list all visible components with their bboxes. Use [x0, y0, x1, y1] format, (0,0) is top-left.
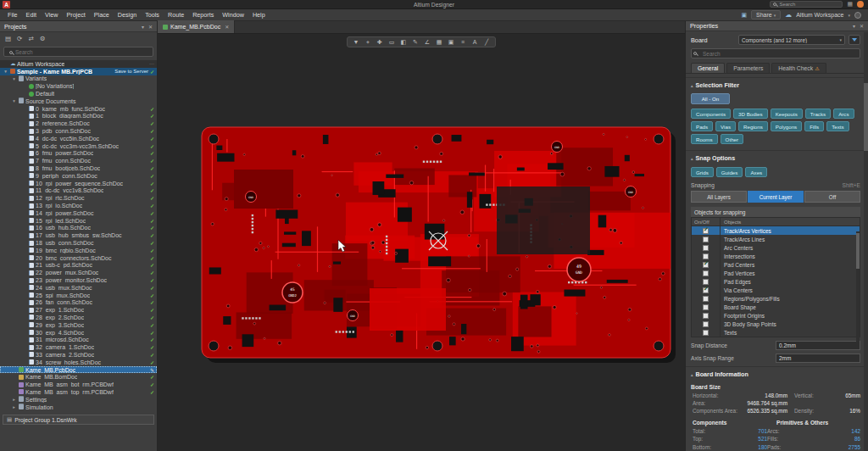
snap-toggle-button[interactable]: Guides — [716, 167, 743, 177]
pencil-icon[interactable]: ✎ — [409, 37, 421, 47]
section-snap-options[interactable]: ▴ Snap Options — [686, 150, 868, 164]
menu-item[interactable]: Help — [248, 11, 270, 19]
checkbox[interactable] — [703, 270, 709, 276]
list-scrollbar[interactable] — [856, 231, 860, 342]
open-document-icon[interactable]: ▤ — [5, 35, 11, 42]
filter-type-button[interactable]: Tracks — [805, 109, 831, 119]
tree-item[interactable]: [No Variations] ✎ ✓ — [0, 82, 157, 90]
properties-tab[interactable]: Health Check — [771, 63, 826, 73]
tree-item[interactable]: 1_block_diagram.SchDoc ✎ ✓ — [0, 113, 157, 120]
tree-item[interactable]: 11_dc-dc_vcc1v8.SchDoc ✎ ✓ — [0, 187, 157, 195]
tree-item[interactable]: 27_exp_1.SchDoc ✎ ✓ — [0, 306, 157, 314]
checkbox[interactable] — [703, 262, 709, 268]
tree-item[interactable]: 6_fmu_power.SchDoc ✎ ✓ — [0, 150, 157, 158]
measure-icon[interactable]: ∠ — [421, 37, 433, 47]
close-icon[interactable]: ✕ — [225, 24, 229, 30]
snap-object-row[interactable]: Track/Arcs Vertices — [692, 226, 860, 235]
gear-icon[interactable]: ⚙ — [40, 35, 46, 42]
checkbox[interactable] — [703, 253, 709, 259]
checkbox[interactable] — [703, 313, 709, 319]
snapping-mode-button[interactable]: Off — [804, 191, 860, 203]
tree-item[interactable]: Source Documents ✎ ✓ — [0, 97, 157, 105]
snap-object-row[interactable]: Pad Centers — [692, 260, 860, 269]
snap-object-row[interactable]: Track/Arcs Lines — [692, 235, 860, 243]
project-group-footer[interactable]: ▤ Project Group 1.DsnWrk — [3, 415, 154, 425]
projects-search-input[interactable] — [3, 47, 153, 57]
snap-object-row[interactable]: Intersections — [692, 252, 860, 260]
filter-type-button[interactable]: Rooms — [691, 134, 718, 144]
avatar[interactable] — [857, 1, 864, 8]
tree-item[interactable]: 7_fmu_conn.SchDoc ✎ ✓ — [0, 157, 157, 164]
menu-item[interactable]: Place — [90, 11, 114, 19]
mask-icon[interactable]: ◧ — [398, 37, 409, 47]
tree-item[interactable]: 28_exp_2.SchDoc ✎ ✓ — [0, 314, 157, 321]
panel-menu-icon[interactable]: ▾ — [853, 23, 855, 29]
tree-item[interactable]: 13_rpi_io.SchDoc ✎ ✓ — [0, 202, 157, 209]
apps-icon[interactable]: ▦ — [847, 1, 853, 8]
tree-item[interactable]: 32_camera_1.SchDoc ✎ ✓ — [0, 343, 157, 351]
tree-item[interactable]: 0_kame_mb_func.SchDoc ✎ ✓ — [0, 105, 157, 113]
snap-object-row[interactable]: Regions/Polygons/Fills — [692, 294, 860, 303]
filter-type-button[interactable]: Vias — [715, 121, 736, 131]
tree-item[interactable]: 29_exp_3.SchDoc ✎ ✓ — [0, 321, 157, 329]
route-icon[interactable]: ╱ — [481, 37, 492, 47]
tree-item[interactable]: Altium Workspace ··· ✎ ✓ — [0, 60, 157, 68]
tree-item[interactable]: 2_reference.SchDoc ✎ ✓ — [0, 120, 157, 127]
filter-type-button[interactable]: Keepouts — [771, 109, 803, 119]
expand-arrow-icon[interactable] — [11, 76, 17, 81]
tree-item[interactable]: 31_microsd.SchDoc ✎ ✓ — [0, 336, 157, 343]
expand-arrow-icon[interactable] — [11, 404, 17, 409]
tree-item[interactable]: Default ✎ ✓ — [0, 90, 157, 97]
properties-tab[interactable]: General — [691, 63, 725, 73]
tree-item[interactable]: 12_rpi_rtc.SchDoc ✎ ✓ — [0, 194, 157, 202]
global-search[interactable]: Search — [770, 1, 843, 8]
menu-item[interactable]: Design — [114, 11, 141, 19]
tree-item[interactable]: 24_usb_mux.SchDoc ✎ ✓ — [0, 284, 157, 292]
filter-button[interactable] — [849, 35, 860, 45]
item-right-text[interactable]: ··· — [149, 61, 154, 66]
area-select-icon[interactable]: ▭ — [386, 37, 398, 47]
tree-item[interactable]: 30_exp_4.SchDoc ✎ ✓ — [0, 329, 157, 337]
snap-object-row[interactable]: 3D Body Snap Points — [692, 320, 860, 328]
tree-item[interactable]: 5_dc-dc_vcc3m-vcc3m.SchDoc ✎ ✓ — [0, 142, 157, 150]
panel-scrollbar[interactable] — [864, 32, 868, 451]
panel-menu-icon[interactable]: ▾ — [142, 24, 144, 30]
pcb-view[interactable]: GND GND GND GND 49 GND 45 GND2 — [158, 34, 685, 451]
checkbox[interactable] — [703, 287, 709, 293]
tree-item[interactable]: 16_usb_hub.SchDoc ✎ ✓ — [0, 225, 157, 232]
tree-item[interactable]: 15_rpi_led.SchDoc ✎ ✓ — [0, 217, 157, 225]
grid-icon[interactable]: ▦ — [433, 37, 445, 47]
filter-type-button[interactable]: Texts — [826, 121, 849, 131]
checkbox[interactable] — [703, 245, 709, 251]
menu-item[interactable]: Reports — [188, 11, 218, 19]
expand-arrow-icon[interactable] — [11, 397, 17, 402]
tree-item[interactable]: 18_usb_conn.SchDoc ✎ ✓ — [0, 239, 157, 247]
checkbox[interactable] — [703, 228, 709, 234]
compare-icon[interactable]: ⇄ — [28, 35, 33, 42]
snap-object-row[interactable]: Texts — [692, 328, 860, 337]
object-filter-dropdown[interactable]: Components (and 12 more) ▾ — [738, 35, 845, 45]
tree-item[interactable]: 17_usb_hub_smbus_sw.SchDoc ✎ ✓ — [0, 231, 157, 239]
checkbox[interactable] — [703, 330, 709, 336]
workspace-label[interactable]: Altium Workspace — [796, 12, 843, 18]
camera-icon[interactable]: ▣ — [741, 12, 747, 19]
section-selection-filter[interactable]: ▴ Selection Filter — [686, 77, 868, 92]
text-icon[interactable]: A — [469, 37, 481, 47]
close-icon[interactable]: ✕ — [860, 23, 864, 29]
scrollbar-thumb[interactable] — [856, 233, 860, 269]
expand-arrow-icon[interactable] — [3, 69, 8, 74]
tree-item[interactable]: 10_rpi_power_sequence.SchDoc ✎ ✓ — [0, 180, 157, 187]
layers-icon[interactable]: ≡ — [457, 37, 469, 47]
filter-icon[interactable]: ▼ — [350, 37, 362, 47]
tree-item[interactable]: 14_rpi_power.SchDoc ✎ ✓ — [0, 209, 157, 217]
item-right-text[interactable]: Save to Server — [114, 69, 148, 74]
menu-item[interactable]: Project — [62, 11, 89, 19]
all-on-button[interactable]: All - On — [691, 93, 730, 104]
checkbox[interactable] — [703, 279, 709, 285]
tree-item[interactable]: Sample - Kame MB.PrjPCB Save to Server ✎… — [0, 68, 157, 75]
tree-item[interactable]: Simulation ✎ ✓ — [0, 404, 157, 410]
tree-item[interactable]: Variants ✎ ✓ — [0, 75, 157, 83]
expand-arrow-icon[interactable] — [11, 98, 17, 103]
snap-toggle-button[interactable]: Axes — [745, 167, 767, 177]
select-icon[interactable]: ⌖ — [362, 37, 374, 47]
